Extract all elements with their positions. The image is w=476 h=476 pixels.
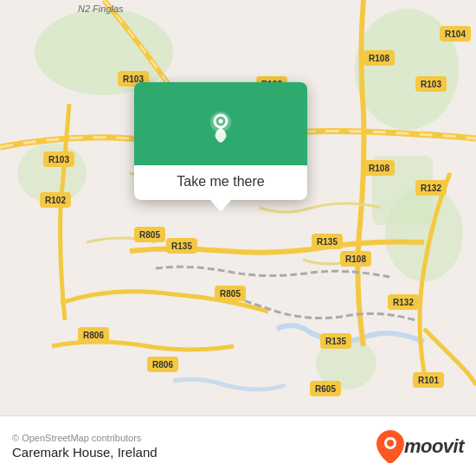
map-background: N2 Finglas R104 R108 R108 R108 R103 R103… — [0, 0, 476, 415]
bottom-left-info: © OpenStreetMap contributors Caremark Ho… — [12, 433, 158, 460]
svg-text:R805: R805 — [139, 230, 160, 240]
svg-text:R104: R104 — [445, 29, 466, 39]
svg-text:R806: R806 — [152, 360, 173, 370]
take-me-there-button[interactable]: Take me there — [177, 174, 264, 190]
svg-text:R101: R101 — [418, 376, 439, 385]
location-popup: Take me there — [134, 82, 307, 200]
svg-text:R108: R108 — [345, 254, 366, 264]
popup-header — [134, 82, 307, 165]
svg-text:R132: R132 — [393, 298, 414, 307]
copyright-text: © OpenStreetMap contributors — [12, 433, 158, 443]
svg-text:R103: R103 — [48, 155, 69, 164]
svg-text:N2 Finglas: N2 Finglas — [78, 3, 124, 14]
svg-text:R605: R605 — [315, 384, 336, 394]
bottom-bar: © OpenStreetMap contributors Caremark Ho… — [0, 415, 476, 476]
svg-text:R132: R132 — [421, 183, 441, 193]
map-container: N2 Finglas R104 R108 R108 R108 R103 R103… — [0, 0, 476, 415]
svg-text:R108: R108 — [369, 54, 389, 63]
svg-text:R135: R135 — [317, 237, 338, 247]
svg-text:R805: R805 — [220, 289, 241, 299]
moovit-brand-text: moovit — [404, 435, 464, 458]
svg-text:R135: R135 — [171, 241, 192, 251]
moovit-pin-icon — [376, 430, 404, 463]
location-pin-icon — [202, 106, 240, 145]
location-name-text: Caremark House, Ireland — [12, 445, 158, 460]
svg-text:R806: R806 — [83, 331, 104, 340]
svg-point-52 — [387, 440, 394, 447]
moovit-logo[interactable]: moovit — [376, 430, 464, 463]
svg-text:R102: R102 — [45, 196, 66, 205]
popup-arrow — [210, 200, 231, 212]
svg-text:R103: R103 — [421, 80, 441, 89]
svg-text:R108: R108 — [369, 164, 389, 173]
popup-bottom: Take me there — [134, 165, 307, 200]
svg-point-50 — [219, 119, 223, 124]
svg-text:R135: R135 — [325, 337, 346, 346]
